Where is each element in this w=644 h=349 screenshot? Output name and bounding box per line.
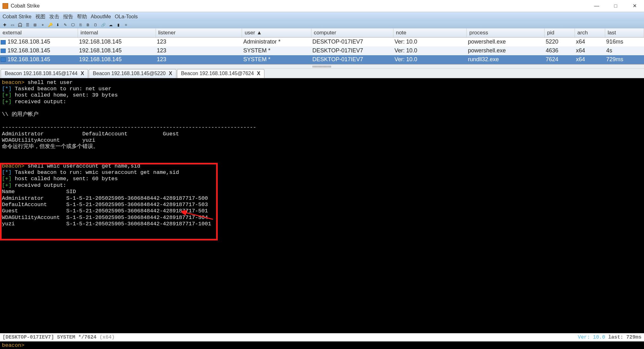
session-cell-computer: DESKTOP-017IEV7	[311, 38, 393, 46]
session-cell-note: Ver: 10.0	[393, 38, 467, 46]
command-prompt: beacon>	[0, 342, 24, 348]
toolbar-targets-icon[interactable]: ⌖	[40, 22, 45, 27]
toolbar-downloads-icon[interactable]: ⬇	[55, 22, 61, 27]
session-icon	[1, 40, 6, 44]
session-cell-pid: 7624	[544, 55, 575, 64]
toolbar-listener-icon[interactable]: 🎧	[17, 22, 23, 27]
menu-aboutme[interactable]: AboutMe	[91, 14, 111, 20]
column-header[interactable]: user ▲	[242, 28, 311, 38]
menu-view[interactable]: 视图	[35, 14, 45, 20]
toolbar-web-icon[interactable]: 🔗	[100, 22, 106, 27]
tab-beacon-5220[interactable]: Beacon 192.168.108.145@5220 X	[89, 69, 176, 78]
toolbar-screenshots-icon[interactable]: 🖵	[70, 22, 76, 27]
session-cell-external: 192.168.108.145	[0, 38, 78, 46]
title-bar: Cobalt Strike — □ ✕	[0, 0, 644, 12]
toolbar-misc2-icon[interactable]: ⌗	[123, 22, 129, 27]
session-cell-note: Ver: 10.0	[393, 55, 467, 64]
column-header[interactable]: external	[0, 28, 78, 38]
console-output: beacon> shell net user [*] Tasked beacon…	[2, 80, 642, 228]
session-cell-listener: 123	[156, 38, 242, 46]
toolbar-misc1-icon[interactable]: ▮	[115, 22, 121, 27]
menu-help[interactable]: 帮助	[77, 14, 87, 20]
column-header[interactable]: listener	[156, 28, 242, 38]
tab-close-icon[interactable]: X	[169, 71, 172, 76]
session-cell-process: rundll32.exe	[467, 55, 545, 64]
tab-close-icon[interactable]: X	[81, 71, 84, 76]
session-cell-last: 4s	[605, 46, 644, 55]
session-cell-arch: x64	[575, 46, 605, 55]
minimize-button[interactable]: —	[587, 0, 606, 12]
session-cell-computer: DESKTOP-017IEV7	[311, 55, 393, 64]
tabs-bar: Beacon 192.168.108.145@1744 X Beacon 192…	[0, 69, 644, 78]
session-cell-computer: DESKTOP-017IEV7	[311, 46, 393, 55]
tab-close-icon[interactable]: X	[257, 71, 260, 76]
column-header[interactable]: note	[393, 28, 467, 38]
column-header[interactable]: computer	[311, 28, 393, 38]
menu-olatools[interactable]: OLa-Tools	[115, 14, 138, 20]
toolbar: ✚ ▭ 🎧 ☰ ⊞ ⌖ 🔑 ⬇ ✎ 🖵 ⎘ 🗎 🗋 🔗 ☁ ▮ ⌗	[0, 21, 644, 28]
column-header[interactable]: internal	[78, 28, 156, 38]
session-cell-last: 916ms	[605, 38, 644, 46]
toolbar-creds-icon[interactable]: 🔑	[47, 22, 53, 27]
tab-label: Beacon 192.168.108.145@7624	[181, 71, 254, 76]
session-cell-external: 192.168.108.145	[0, 55, 78, 64]
session-cell-internal: 192.168.108.145	[78, 46, 156, 55]
status-last: last: 729ms	[608, 334, 641, 340]
session-cell-note: Ver: 10.0	[393, 46, 467, 55]
menu-bar: Cobalt Strike 视图 攻击 报告 帮助 AboutMe OLa-To…	[0, 12, 644, 21]
column-header[interactable]: last	[605, 28, 644, 38]
app-icon	[3, 3, 8, 9]
session-cell-arch: x64	[575, 55, 605, 64]
tab-beacon-1744[interactable]: Beacon 192.168.108.145@1744 X	[1, 69, 88, 78]
session-cell-user: Administrator *	[242, 38, 311, 46]
session-row[interactable]: 192.168.108.145192.168.108.145123SYSTEM …	[0, 55, 644, 64]
menu-cobalt-strike[interactable]: Cobalt Strike	[3, 14, 32, 20]
session-row[interactable]: 192.168.108.145192.168.108.145123SYSTEM …	[0, 46, 644, 55]
menu-attacks[interactable]: 攻击	[49, 14, 59, 20]
sessions-table: externalinternallisteneruser ▲computerno…	[0, 28, 644, 64]
menu-reporting[interactable]: 报告	[63, 14, 73, 20]
status-arch: (x64)	[99, 334, 115, 340]
session-cell-pid: 5220	[544, 38, 575, 46]
session-row[interactable]: 192.168.108.145192.168.108.145123Adminis…	[0, 38, 644, 46]
close-button[interactable]: ✕	[625, 0, 644, 12]
tab-beacon-7624[interactable]: Beacon 192.168.108.145@7624 X	[177, 69, 264, 78]
session-cell-process: powershell.exe	[467, 46, 545, 55]
status-target: [DESKTOP-017IEV7] SYSTEM */7624	[3, 334, 99, 340]
beacon-console[interactable]: beacon> shell net user [*] Tasked beacon…	[0, 78, 644, 334]
session-icon	[1, 57, 6, 62]
status-bar: [DESKTOP-017IEV7] SYSTEM */7624 (x64) Ve…	[0, 333, 644, 341]
session-cell-user: SYSTEM *	[242, 46, 311, 55]
toolbar-cloud-icon[interactable]: ☁	[108, 22, 114, 27]
session-cell-user: SYSTEM *	[242, 55, 311, 64]
toolbar-doc-icon[interactable]: 🗋	[93, 22, 98, 27]
status-version: Ver: 10.0	[578, 334, 605, 340]
toolbar-connect-icon[interactable]: ✚	[2, 22, 8, 27]
splitter[interactable]	[0, 64, 644, 69]
toolbar-keystrokes-icon[interactable]: ✎	[62, 22, 68, 27]
session-cell-listener: 123	[156, 55, 242, 64]
command-input[interactable]	[24, 342, 644, 348]
session-cell-internal: 192.168.108.145	[78, 38, 156, 46]
column-header[interactable]: arch	[575, 28, 605, 38]
window-title: Cobalt Strike	[11, 3, 40, 9]
toolbar-disconnect-icon[interactable]: ▭	[9, 22, 15, 27]
tab-label: Beacon 192.168.108.145@5220	[93, 71, 166, 76]
session-cell-listener: 123	[156, 46, 242, 55]
toolbar-files-icon[interactable]: 🗎	[85, 22, 91, 27]
sessions-header[interactable]: externalinternallisteneruser ▲computerno…	[0, 28, 644, 38]
toolbar-host-icon[interactable]: ⎘	[78, 22, 83, 27]
session-cell-external: 192.168.108.145	[0, 46, 78, 55]
toolbar-table-icon[interactable]: ⊞	[32, 22, 38, 27]
tab-label: Beacon 192.168.108.145@1744	[5, 71, 78, 76]
command-input-line: beacon>	[0, 341, 644, 349]
toolbar-graph-icon[interactable]: ☰	[25, 22, 30, 27]
session-cell-arch: x64	[575, 38, 605, 46]
session-icon	[1, 49, 6, 53]
maximize-button[interactable]: □	[606, 0, 625, 12]
session-cell-internal: 192.168.108.145	[78, 55, 156, 64]
column-header[interactable]: pid	[544, 28, 575, 38]
column-header[interactable]: process	[467, 28, 545, 38]
session-cell-pid: 4636	[544, 46, 575, 55]
session-cell-process: powershell.exe	[467, 38, 545, 46]
